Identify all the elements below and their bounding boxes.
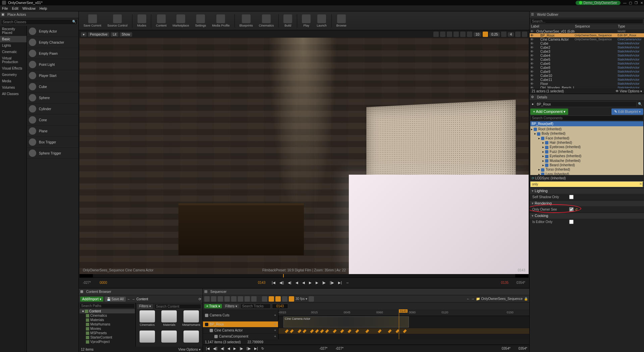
seq-lock-icon[interactable] (289, 296, 294, 302)
visibility-icon[interactable]: 👁 (530, 82, 534, 86)
category-lights[interactable]: Lights (0, 42, 26, 49)
seq-loop-icon[interactable]: ↻ (260, 347, 265, 350)
category-media[interactable]: Media (0, 78, 26, 84)
add-import-button[interactable]: Add/Import ▾ (80, 297, 103, 302)
cb-view-options[interactable]: View Options ▾ (178, 348, 201, 351)
loop-icon[interactable]: ↔ (345, 281, 350, 284)
add-component-button[interactable]: + Add Component ▾ (530, 108, 568, 115)
grid-snap-icon[interactable] (467, 32, 472, 37)
track-bp_roux[interactable]: BP_Roux+ (203, 321, 278, 327)
actor-point-light[interactable]: Point Light (27, 59, 78, 70)
seq-step-back2-icon[interactable]: ◀|| (212, 347, 218, 350)
folder-mspresets[interactable]: MSPresets (79, 331, 135, 335)
clear-search-icon[interactable]: ✕ (639, 182, 642, 186)
search-paths-input[interactable] (79, 303, 135, 308)
outliner-row-cube10[interactable]: 👁Cube10StaticMeshActor (530, 74, 644, 78)
outliner-row-cube9[interactable]: 👁Cube9StaticMeshActor (530, 70, 644, 74)
category-recently-placed[interactable]: Recently Placed (0, 26, 26, 36)
component-bp-roux-self-[interactable]: BP_Roux(self) (530, 121, 643, 126)
filters-button[interactable]: Filters ▾ (137, 304, 153, 309)
transform-scale-icon[interactable] (453, 32, 459, 37)
transform-select-icon[interactable] (433, 32, 439, 37)
tool-cinematics[interactable]: Cinematics (257, 14, 276, 28)
folder-cinematics[interactable]: Cinematics (79, 313, 135, 318)
seq-crumb-fwd-icon[interactable]: → (471, 297, 475, 301)
keyframe[interactable] (303, 329, 306, 333)
seq-curves-icon[interactable] (309, 296, 314, 302)
play-icon[interactable]: ▶ (308, 281, 313, 284)
keyframe[interactable] (298, 329, 301, 333)
browse-to-asset-icon[interactable]: 🔍 (637, 101, 643, 107)
seq-play-rev-icon[interactable]: ◀ (226, 347, 231, 350)
tool-settings[interactable]: Settings (193, 14, 208, 28)
tool-content[interactable]: Content (154, 14, 169, 28)
thumb-MetaHumans[interactable]: MetaHumans (181, 310, 201, 328)
outliner-row-cube8[interactable]: 👁Cube8StaticMeshActor (530, 65, 644, 70)
category-virtual-production[interactable]: Virtual Production (0, 55, 26, 65)
search-classes-input[interactable] (1, 19, 77, 25)
menu-file[interactable]: File (2, 6, 8, 10)
visibility-icon[interactable]: 👁 (530, 66, 534, 70)
actor-empty-actor[interactable]: Empty Actor (27, 26, 78, 37)
tool-browse[interactable]: Browse (334, 14, 348, 28)
angle-snap-icon[interactable] (483, 32, 488, 37)
seq-goto-start-icon[interactable]: |◀ (205, 347, 211, 350)
outliner-row-cine-camera-actor[interactable]: 👁Cine Camera ActorOnlyOwnerSees_Sequence… (530, 37, 644, 41)
actor-box-trigger[interactable]: Box Trigger (27, 137, 78, 148)
category-cinematic[interactable]: Cinematic (0, 49, 26, 55)
outliner-view-options[interactable]: 👁 View Options ▾ (615, 89, 642, 93)
tool-marketplace[interactable]: Marketplace (171, 14, 191, 28)
lodsync-component[interactable]: ⟳ LODSync (Inherited) (532, 176, 642, 180)
thumb-folder[interactable] (181, 331, 201, 345)
goto-end-icon[interactable]: ▶| (337, 281, 343, 284)
component-face-inherited-[interactable]: ▸ Face (Inherited) (531, 136, 643, 140)
visibility-icon[interactable]: 👁 (530, 54, 534, 57)
seq-world-icon[interactable] (204, 296, 210, 302)
add-key-icon[interactable]: + (274, 322, 276, 326)
seq-prev-key-icon[interactable]: ◀| (220, 347, 225, 350)
step-fwd-icon[interactable]: ▶ (315, 281, 319, 284)
seq-find-icon[interactable] (218, 296, 223, 302)
seq-save-icon[interactable] (211, 296, 216, 302)
seq-actions-icon[interactable] (238, 296, 243, 302)
keyframe[interactable] (348, 329, 352, 333)
viewport-lit[interactable]: Lit (111, 32, 118, 37)
seq-step-fwd2-icon[interactable]: ||▶ (246, 347, 252, 350)
actor-sphere-trigger[interactable]: Sphere Trigger (27, 148, 78, 159)
folder-metahumans[interactable]: MetaHumans (79, 322, 135, 326)
edit-blueprint-button[interactable]: ✎ Edit Blueprint ▾ (611, 108, 643, 115)
seq-camera-icon[interactable] (231, 296, 236, 302)
outliner-row-cube11[interactable]: 👁Cube11StaticMeshActor (530, 78, 644, 82)
component-hair-inherited-[interactable]: ▸ Hair (Inherited) (531, 140, 643, 145)
seq-next-key-icon[interactable]: |▶ (238, 347, 244, 350)
viewport-options-icon[interactable] (522, 32, 527, 37)
thumb-folder[interactable] (137, 331, 157, 345)
seq-play-icon[interactable] (251, 296, 257, 302)
component-beard-inherited-[interactable]: ▸ Beard (Inherited) (531, 163, 643, 167)
thumb-folder[interactable] (159, 331, 179, 345)
keyframe[interactable] (388, 329, 391, 333)
viewport-perspective[interactable]: Perspective (88, 32, 109, 37)
outliner-row-onlyownersee-v01-editor-[interactable]: 👁OnlyOwnerSee_v01 (Editor)World (530, 29, 644, 33)
component-legs-inherited-[interactable]: ▸ Legs (Inherited) (531, 172, 643, 175)
folder-content[interactable]: ▾ Content (79, 309, 135, 313)
visibility-icon[interactable]: 👁 (530, 78, 534, 82)
cb-path[interactable]: Content (137, 297, 148, 301)
keyframe[interactable] (290, 329, 294, 333)
section-cooking[interactable]: Cooking (530, 213, 644, 219)
tool-media-profile[interactable]: Media Profile (210, 14, 232, 28)
actor-cylinder[interactable]: Cylinder (27, 103, 78, 115)
prev-key-icon[interactable]: ◀| (287, 281, 292, 284)
keyframe[interactable] (320, 329, 324, 333)
seq-filters-button[interactable]: Filters ▾ (223, 304, 239, 308)
track-camera-cuts[interactable]: Camera Cuts+ (203, 309, 278, 321)
visibility-icon[interactable]: 👁 (530, 62, 534, 65)
step-fwd-frame-icon[interactable]: ||▶ (329, 281, 335, 284)
visibility-icon[interactable]: 👁 (530, 38, 534, 41)
tool-launch[interactable]: Launch (315, 14, 329, 28)
camera-clip[interactable]: Cine Camera Actor (283, 316, 409, 327)
viewport-maximize-icon[interactable] (515, 32, 521, 37)
add-key-icon[interactable]: + (274, 335, 276, 338)
seq-tc-box[interactable]: 0143 (272, 304, 288, 309)
folder-materials[interactable]: Materials (79, 318, 135, 322)
